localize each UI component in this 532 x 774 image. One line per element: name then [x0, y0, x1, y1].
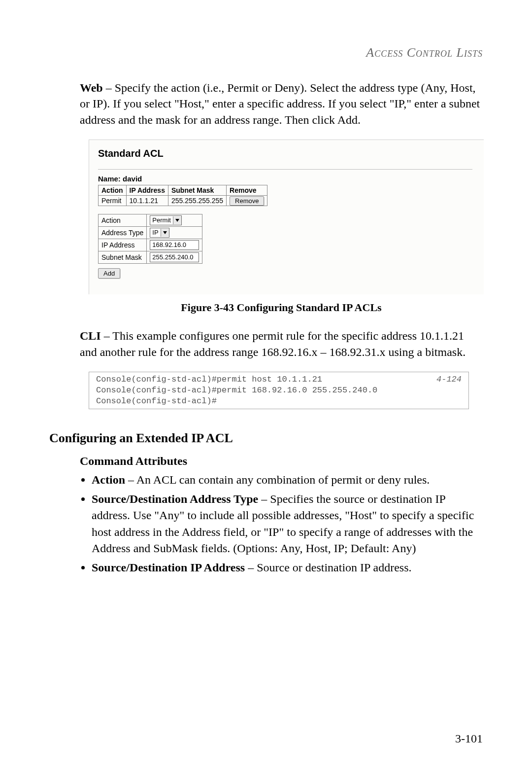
ip-field-cell: 168.92.16.0 [147, 239, 202, 251]
cli-page-ref: 4-124 [436, 374, 462, 385]
acl-name-line: Name: david [98, 175, 474, 183]
col-mask: Subnet Mask [168, 185, 226, 196]
cell-ip: 10.1.1.21 [126, 196, 168, 206]
ip-label: IP Address [99, 239, 147, 251]
addrtype-field-cell: IP [147, 227, 202, 239]
web-label: Web [80, 81, 103, 94]
intro-paragraph: Web – Specify the action (i.e., Permit o… [80, 80, 483, 128]
bullet-ipaddr-label: Source/Destination IP Address [92, 561, 245, 574]
form-table: Action Permit Address Type [98, 214, 202, 264]
remove-button[interactable]: Remove [230, 196, 264, 206]
mask-label: Subnet Mask [99, 251, 147, 264]
action-field-cell: Permit [147, 214, 202, 227]
list-item: Action – An ACL can contain any combinat… [92, 472, 483, 488]
bullet-action-text: – An ACL can contain any combination of … [125, 473, 430, 486]
command-attributes-heading: Command Attributes [80, 455, 483, 468]
col-ip: IP Address [126, 185, 168, 196]
web-text: – Specify the action (i.e., Permit or De… [80, 81, 480, 126]
rule-table: Action IP Address Subnet Mask Remove Per… [98, 185, 267, 206]
list-item: Source/Destination IP Address – Source o… [92, 560, 483, 576]
list-item: Source/Destination Address Type – Specif… [92, 491, 483, 556]
addrtype-select[interactable]: IP [150, 228, 169, 238]
figure-caption: Figure 3-43 Configuring Standard IP ACLs [80, 301, 483, 314]
addrtype-label: Address Type [99, 227, 147, 239]
name-label: Name: [98, 175, 123, 183]
action-label: Action [99, 214, 147, 227]
bullet-addrtype-label: Source/Destination Address Type [92, 493, 258, 505]
page-number: 3-101 [455, 732, 483, 745]
panel-divider [98, 169, 472, 170]
action-select-value: Permit [152, 216, 171, 225]
command-attributes-list: Action – An ACL can contain any combinat… [92, 472, 483, 576]
addrtype-select-value: IP [152, 228, 158, 237]
table-row: Permit 10.1.1.21 255.255.255.255 Remove [99, 196, 267, 206]
col-action: Action [99, 185, 127, 196]
cli-paragraph: CLI – This example configures one permit… [80, 328, 483, 360]
cli-text: – This example configures one permit rul… [80, 329, 466, 358]
ip-input[interactable]: 168.92.16.0 [150, 240, 199, 250]
action-select[interactable]: Permit [150, 215, 182, 225]
mask-input[interactable]: 255.255.240.0 [150, 252, 199, 262]
cell-action: Permit [99, 196, 127, 206]
cli-line-2: Console(config-std-acl)#permit 168.92.16… [96, 385, 462, 396]
cell-remove: Remove [227, 196, 267, 206]
cli-console-box: 4-124 Console(config-std-acl)#permit hos… [89, 372, 469, 409]
name-value: david [123, 175, 142, 183]
running-header: Access Control Lists [366, 45, 483, 60]
extended-acl-heading: Configuring an Extended IP ACL [49, 431, 483, 446]
table-header-row: Action IP Address Subnet Mask Remove [99, 185, 267, 196]
mask-field-cell: 255.255.240.0 [147, 251, 202, 264]
cli-line-1: Console(config-std-acl)#permit host 10.1… [96, 374, 462, 385]
svg-marker-1 [163, 231, 167, 234]
cell-mask: 255.255.255.255 [168, 196, 226, 206]
bullet-action-label: Action [92, 473, 125, 486]
cli-label: CLI [80, 329, 101, 342]
panel-title: Standard ACL [98, 148, 474, 159]
chevron-down-icon [173, 216, 181, 224]
chevron-down-icon [161, 229, 169, 237]
cli-line-3: Console(config-std-acl)# [96, 396, 462, 407]
add-button[interactable]: Add [98, 268, 120, 279]
col-remove: Remove [227, 185, 267, 196]
bullet-ipaddr-text: – Source or destination IP address. [245, 561, 411, 574]
svg-marker-0 [175, 219, 179, 222]
standard-acl-panel: Standard ACL Name: david Action IP Addre… [89, 140, 484, 294]
